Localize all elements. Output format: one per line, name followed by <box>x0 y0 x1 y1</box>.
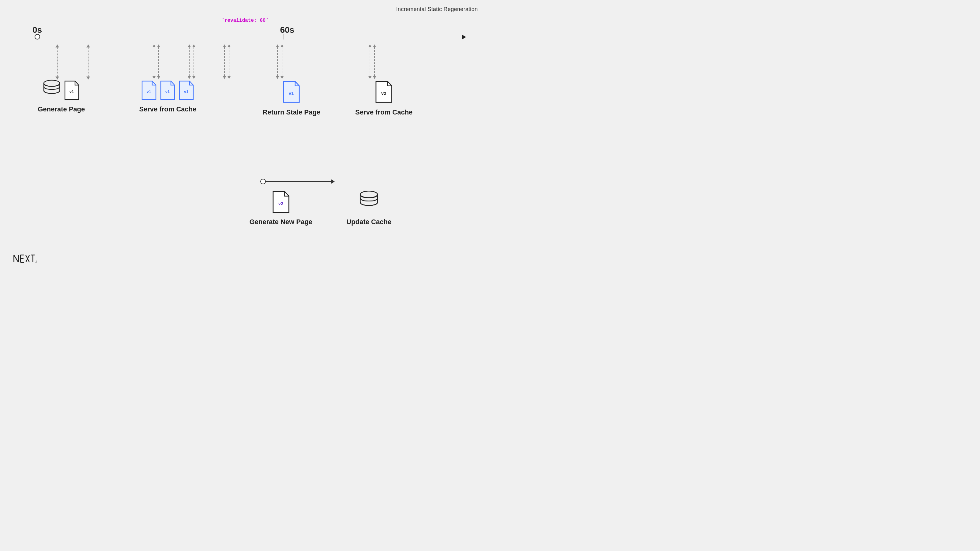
doc-v1-blue-2-icon: v1 <box>159 79 176 101</box>
a5d1 <box>223 76 226 79</box>
a6u2 <box>280 44 283 47</box>
dashed-arrow-4 <box>188 44 196 79</box>
serve-cache-right-label: Serve from Cache <box>355 108 412 116</box>
diagram-area: v1 Generate Page v1 v1 <box>24 44 466 173</box>
generate-page-group: v1 Generate Page <box>38 79 85 113</box>
generate-page-label: Generate Page <box>38 105 85 113</box>
a4u1 <box>188 44 191 47</box>
generate-new-label: Generate New Page <box>249 218 312 226</box>
bottom-section: v2 Generate New Page Update Cache <box>24 178 466 239</box>
doc-v2-outline-icon: v2 <box>374 79 394 104</box>
doc-v2-new-icon: v2 <box>271 190 291 214</box>
a3u1 <box>153 44 156 47</box>
generate-new-group: v2 Generate New Page <box>249 190 312 226</box>
a6d1 <box>276 76 279 79</box>
a6l1 <box>277 47 278 76</box>
svg-text:v2: v2 <box>278 201 283 206</box>
dashed-line-1 <box>57 48 57 76</box>
svg-text:v1: v1 <box>69 89 73 94</box>
timeline-60-mark <box>283 34 284 40</box>
a3d2 <box>157 76 160 79</box>
bottom-arrow-dot <box>260 179 266 184</box>
bottom-arrow-head <box>331 179 335 184</box>
a3u2 <box>157 44 160 47</box>
a5l2 <box>229 47 229 76</box>
a4d2 <box>192 76 196 79</box>
doc-v1-blue-1-icon: v1 <box>140 79 158 101</box>
arrow-down-2 <box>86 76 90 79</box>
svg-text:v1: v1 <box>289 91 294 96</box>
arrow-up-1 <box>56 44 59 48</box>
serve-cache-label: Serve from Cache <box>139 105 196 113</box>
label-0s: 0s <box>32 25 42 35</box>
doc-v1-outline-icon: v1 <box>64 79 80 101</box>
a7d1 <box>368 76 371 79</box>
svg-text:v1: v1 <box>184 89 188 94</box>
svg-text:v2: v2 <box>381 91 387 96</box>
serve-cache-group: v1 v1 v1 Serve from Cache <box>139 79 196 113</box>
bottom-arrow-line <box>263 181 333 182</box>
svg-text:v1: v1 <box>147 89 151 94</box>
db-icon <box>43 79 61 101</box>
a7u2 <box>373 44 376 47</box>
doc-v1-blue-3-icon: v1 <box>178 79 195 101</box>
arrow-up-2 <box>86 44 90 48</box>
a5d2 <box>228 76 231 79</box>
timeline-line <box>37 37 466 37</box>
a5u1 <box>223 44 226 47</box>
page-title: Incremental Static Regeneration <box>396 6 478 13</box>
nextjs-logo: .js <box>12 251 37 266</box>
dashed-line-2 <box>88 48 89 76</box>
a6d2 <box>280 76 283 79</box>
a4d1 <box>188 76 191 79</box>
arrow-down-1 <box>56 76 59 79</box>
nextjs-logo-svg: .js <box>12 251 37 266</box>
a7u1 <box>368 44 371 47</box>
label-60s: 60s <box>280 25 294 35</box>
dashed-arrow-5 <box>223 44 231 79</box>
dashed-arrow-7 <box>368 44 376 79</box>
a5l1 <box>224 47 225 76</box>
svg-line-10 <box>14 255 18 262</box>
a7l2 <box>374 47 375 76</box>
a6l2 <box>282 47 282 76</box>
dashed-arrow-3 <box>153 44 160 79</box>
timeline-arrow <box>462 35 466 40</box>
update-cache-group: Update Cache <box>346 190 391 226</box>
a3l1 <box>154 47 154 76</box>
a7d2 <box>373 76 376 79</box>
dashed-arrow-1 <box>56 44 59 79</box>
doc-v1-stale-icon: v1 <box>282 79 301 104</box>
return-stale-label: Return Stale Page <box>263 108 320 116</box>
a5u2 <box>228 44 231 47</box>
a4l2 <box>194 47 194 76</box>
a6u1 <box>276 44 279 47</box>
dashed-arrow-2 <box>86 44 90 79</box>
a3l2 <box>158 47 159 76</box>
svg-text:.js: .js <box>35 260 37 263</box>
timeline: 0s 60s <box>24 27 466 46</box>
serve-cache-right-group: v2 Serve from Cache <box>355 79 412 116</box>
update-cache-label: Update Cache <box>346 218 391 226</box>
a4u2 <box>192 44 196 47</box>
a7l1 <box>370 47 370 76</box>
dashed-arrow-6 <box>276 44 283 79</box>
db-update-icon <box>359 190 379 214</box>
return-stale-group: v1 Return Stale Page <box>263 79 320 116</box>
svg-text:v1: v1 <box>165 89 170 94</box>
revalidate-label: `revalidate: 60` <box>221 18 269 23</box>
a3d1 <box>153 76 156 79</box>
a4l1 <box>189 47 189 76</box>
